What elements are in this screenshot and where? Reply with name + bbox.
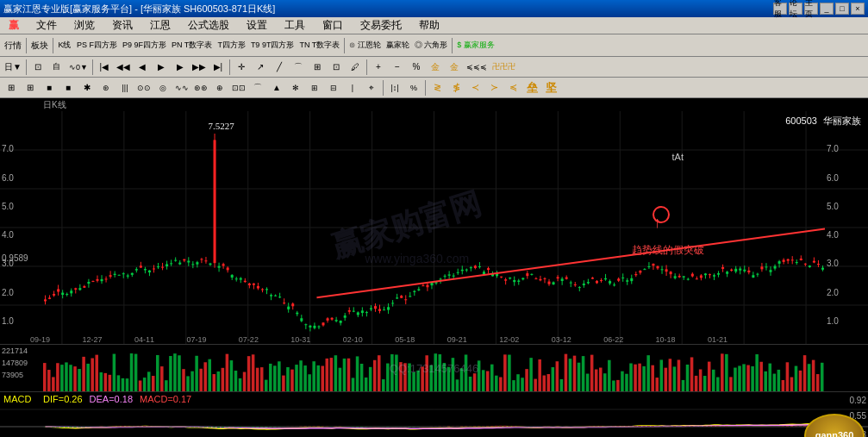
toolbar-big-tool4[interactable]: ≻ [484, 78, 503, 97]
title-bar: 赢家江恩专业版[赢家服务平台] - [华丽家族 SH600503-871日K线]… [0, 0, 868, 17]
close-btn[interactable]: × [851, 3, 865, 15]
sep3 [344, 38, 345, 53]
toolbar-tn-t[interactable]: TN T数字表 [297, 36, 342, 55]
toolbar-refresh[interactable]: ⊡ [28, 58, 47, 77]
toolbar-pn-t[interactable]: PN T数字表 [169, 36, 215, 55]
toolbar-s15[interactable]: ▲ [267, 78, 286, 97]
toolbar-s9[interactable]: ◎ [153, 78, 172, 97]
toolbar-nav-next[interactable]: ▶ [171, 58, 190, 77]
toolbar-zoom-out[interactable]: − [388, 58, 407, 77]
menu-trade[interactable]: 交易委托 [355, 16, 407, 34]
toolbar-s1[interactable]: ⊞ [2, 78, 21, 97]
macd-label: MACD [3, 394, 31, 404]
toolbar-nav-next-page[interactable]: ▶▶ [190, 58, 209, 77]
toolbar-t9-9t[interactable]: T9 9T四方形 [248, 36, 297, 55]
menu-news[interactable]: 资讯 [107, 16, 138, 34]
home-btn[interactable]: 主页 [804, 3, 818, 15]
toolbar-big-tool7[interactable]: 坚 [541, 78, 560, 97]
toolbar-tools2[interactable]: ≼≼≼ [464, 58, 490, 77]
toolbar-kline[interactable]: K线 [55, 36, 74, 55]
toolbar-draw3[interactable]: ⊞ [308, 58, 327, 77]
toolbar-s18[interactable]: ⊟ [324, 78, 343, 97]
toolbar-day[interactable]: 日▼ [2, 58, 24, 77]
main-chart-canvas[interactable] [0, 111, 868, 344]
toolbar-s12[interactable]: ⊕ [210, 78, 229, 97]
menu-help[interactable]: 帮助 [414, 16, 445, 34]
toolbar-sector[interactable]: 板块 [28, 36, 51, 55]
volume-canvas[interactable] [0, 345, 868, 392]
toolbar-zoom-in[interactable]: + [369, 58, 388, 77]
toolbar-s4[interactable]: ■ [59, 78, 78, 97]
toolbar-market[interactable]: 行情 [2, 36, 24, 55]
toolbar-cross[interactable]: ✛ [232, 58, 251, 77]
toolbar-big-tool6[interactable]: 垒 [522, 78, 541, 97]
toolbar-big-tool2[interactable]: ≸ [446, 78, 465, 97]
toolbar-s2[interactable]: ⊞ [21, 78, 40, 97]
toolbar-draw5[interactable]: 🖊 [346, 58, 365, 77]
toolbar-row-2: 日▼ ⊡ 自 ∿0▼ |◀ ◀◀ ◀ ▶ ▶ ▶▶ ▶| ✛ ↗ ╱ ⌒ ⊞ ⊡… [0, 57, 868, 78]
toolbar-percent[interactable]: % [407, 58, 426, 77]
menu-tools[interactable]: 工具 [279, 16, 310, 34]
window-controls[interactable]: 客服 论坛 主页 _ □ × [773, 3, 865, 15]
toolbar-s3[interactable]: ■ [40, 78, 59, 97]
stock-info: 600503 华丽家族 [785, 115, 861, 128]
menu-settings[interactable]: 设置 [241, 16, 272, 34]
toolbar-s8[interactable]: ⊙⊙ [134, 78, 153, 97]
customer-service-btn[interactable]: 客服 [773, 3, 787, 15]
toolbar-gold2[interactable]: 金 [445, 58, 464, 77]
toolbar-draw1[interactable]: ╱ [270, 58, 289, 77]
toolbar-trend[interactable]: ↗ [251, 58, 270, 77]
toolbar-p9-9f[interactable]: P9 9F四方形 [120, 36, 169, 55]
toolbar-hex[interactable]: ◎ 六角形 [412, 36, 451, 55]
dea-value: DEA=0.18 [90, 394, 133, 404]
toolbar-kline2[interactable]: |↕| [385, 78, 404, 97]
toolbar-s14[interactable]: ⌒ [248, 78, 267, 97]
price-y-low: 0.9589 [2, 253, 28, 263]
menu-file[interactable]: 文件 [31, 16, 62, 34]
stock-code: 600503 [785, 115, 817, 126]
toolbar-t4[interactable]: T四方形 [215, 36, 248, 55]
toolbar-draw4[interactable]: ⊡ [327, 58, 346, 77]
menu-window[interactable]: 窗口 [317, 16, 348, 34]
toolbar-nav-prev[interactable]: ◀ [133, 58, 152, 77]
toolbar-win-wheel[interactable]: 赢家轮 [384, 36, 412, 55]
toolbar-big-tool5[interactable]: ≼ [503, 78, 522, 97]
minimize-btn[interactable]: _ [820, 3, 834, 15]
toolbar-nav-play[interactable]: ▶ [152, 58, 171, 77]
menu-gann[interactable]: 江恩 [145, 16, 176, 34]
toolbar-s10[interactable]: ∿∿ [172, 78, 191, 97]
toolbar-percent2[interactable]: % [404, 78, 423, 97]
toolbar-gold1[interactable]: 金 [426, 58, 445, 77]
kline-label: 日K线 [43, 99, 66, 111]
macd-y-1: 0.92 [850, 396, 866, 405]
forum-btn[interactable]: 论坛 [789, 3, 802, 15]
menu-formula[interactable]: 公式选股 [183, 16, 234, 34]
toolbar-s19[interactable]: | [343, 78, 362, 97]
toolbar-s5[interactable]: ✱ [78, 78, 97, 97]
toolbar-nav-prev-page[interactable]: ◀◀ [114, 58, 133, 77]
toolbar-s13[interactable]: ⊡⊡ [229, 78, 248, 97]
menu-browse[interactable]: 浏览 [69, 16, 100, 34]
toolbar-nav-first[interactable]: |◀ [95, 58, 114, 77]
toolbar-draw2[interactable]: ⌒ [289, 58, 308, 77]
toolbar-gann-wheel[interactable]: ⊙ 江恩轮 [347, 36, 384, 55]
toolbar-s11[interactable]: ⊛⊛ [191, 78, 210, 97]
toolbar-big-tool3[interactable]: ≺ [465, 78, 484, 97]
toolbar-s17[interactable]: ⊞ [305, 78, 324, 97]
toolbar-row-3: ⊞ ⊞ ■ ■ ✱ ⊛ ||| ⊙⊙ ◎ ∿∿ ⊛⊛ ⊕ ⊡⊡ ⌒ ▲ ✻ ⊞ … [0, 78, 868, 98]
toolbar-s20[interactable]: ⌖ [362, 78, 381, 97]
toolbar-auto[interactable]: 自 [47, 58, 66, 77]
toolbar-ps-f4[interactable]: PS F四方形 [74, 36, 120, 55]
toolbar-service[interactable]: $ 赢家服务 [454, 36, 497, 55]
toolbar-nav-last[interactable]: ▶| [209, 58, 228, 77]
toolbar-tools3[interactable]: 卍卍卍 [490, 58, 518, 77]
toolbar-s16[interactable]: ✻ [286, 78, 305, 97]
toolbar-s7[interactable]: ||| [116, 78, 134, 97]
menu-win[interactable]: 赢 [3, 16, 24, 34]
toolbar-count[interactable]: ∿0▼ [66, 58, 91, 77]
toolbar-s6[interactable]: ⊛ [97, 78, 116, 97]
toolbar-big-tool1[interactable]: ≷ [428, 78, 446, 97]
maximize-btn[interactable]: □ [835, 3, 849, 15]
sep5 [26, 59, 27, 75]
vol-label-3: 73905 [2, 371, 23, 379]
